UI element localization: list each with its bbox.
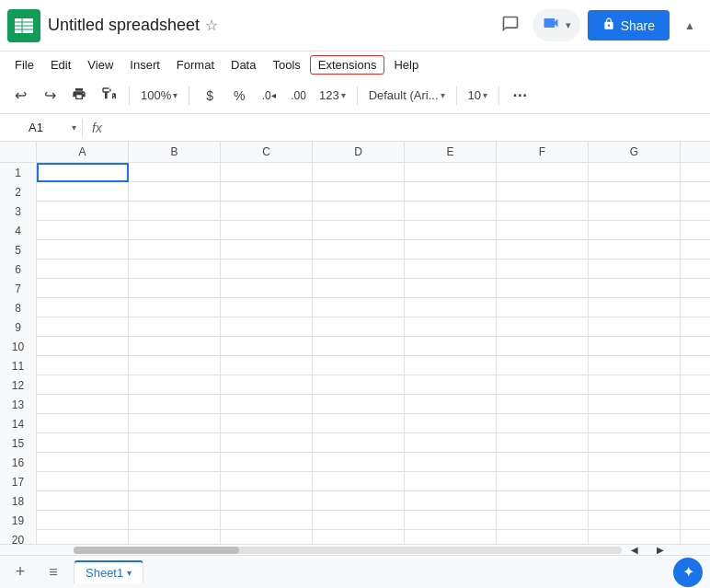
horizontal-scrollbar-track[interactable] [74, 547, 622, 554]
cell-A18[interactable] [37, 491, 129, 511]
row-num-19[interactable]: 19 [0, 511, 37, 530]
cell-B4[interactable] [129, 221, 221, 240]
row-num-7[interactable]: 7 [0, 279, 37, 298]
font-family-select[interactable]: Default (Ari... ▾ [365, 83, 449, 109]
cell-A11[interactable] [37, 356, 129, 375]
cell-D8[interactable] [313, 298, 405, 317]
cell-C13[interactable] [221, 395, 313, 414]
cell-C12[interactable] [221, 375, 313, 395]
row-num-5[interactable]: 5 [0, 240, 37, 259]
menu-item-tools[interactable]: Tools [265, 55, 307, 75]
cell-F18[interactable] [497, 491, 589, 511]
cell-B7[interactable] [129, 279, 221, 298]
cell-D14[interactable] [313, 414, 405, 433]
cell-A5[interactable] [37, 240, 129, 259]
cell-B10[interactable] [129, 337, 221, 356]
cell-E4[interactable] [405, 221, 497, 240]
cell-D10[interactable] [313, 337, 405, 356]
menu-item-data[interactable]: Data [223, 55, 263, 75]
cell-G14[interactable] [589, 414, 681, 433]
paint-format-button[interactable] [96, 83, 121, 109]
cell-F14[interactable] [497, 414, 589, 433]
cell-B15[interactable] [129, 433, 221, 453]
cell-G9[interactable] [589, 317, 681, 337]
cell-E12[interactable] [405, 375, 497, 395]
row-num-2[interactable]: 2 [0, 182, 37, 202]
cell-F8[interactable] [497, 298, 589, 317]
row-num-16[interactable]: 16 [0, 453, 37, 472]
cell-A6[interactable] [37, 259, 129, 279]
star-icon[interactable]: ☆ [205, 17, 218, 34]
row-num-1[interactable]: 1 [0, 163, 37, 182]
cell-F2[interactable] [497, 182, 589, 202]
more-formats-select[interactable]: 123 ▾ [315, 83, 349, 109]
decimal-increase-button[interactable]: .00 [285, 83, 312, 109]
cell-E16[interactable] [405, 453, 497, 472]
col-header-F[interactable]: F [497, 142, 589, 162]
cell-E11[interactable] [405, 356, 497, 375]
cell-F11[interactable] [497, 356, 589, 375]
cell-B11[interactable] [129, 356, 221, 375]
cell-A15[interactable] [37, 433, 129, 453]
cell-G10[interactable] [589, 337, 681, 356]
cell-B20[interactable] [129, 530, 221, 544]
sheets-list-button[interactable]: ≡ [40, 559, 66, 585]
cell-G20[interactable] [589, 530, 681, 544]
cell-G1[interactable] [589, 163, 681, 182]
cell-D19[interactable] [313, 511, 405, 530]
cell-C7[interactable] [221, 279, 313, 298]
cell-F16[interactable] [497, 453, 589, 472]
menu-item-edit[interactable]: Edit [43, 55, 78, 75]
cell-G3[interactable] [589, 202, 681, 221]
comment-button[interactable] [496, 13, 525, 39]
collapse-toolbar-button[interactable]: ▲ [677, 13, 703, 39]
cell-G12[interactable] [589, 375, 681, 395]
row-num-14[interactable]: 14 [0, 414, 37, 433]
share-button[interactable]: Share [588, 10, 670, 40]
cell-B8[interactable] [129, 298, 221, 317]
cell-D9[interactable] [313, 317, 405, 337]
cell-B3[interactable] [129, 202, 221, 221]
decimal-decrease-button[interactable]: .0◂ [256, 83, 281, 109]
cell-G19[interactable] [589, 511, 681, 530]
cell-D18[interactable] [313, 491, 405, 511]
currency-button[interactable]: $ [197, 83, 223, 109]
cell-G17[interactable] [589, 472, 681, 491]
cell-C15[interactable] [221, 433, 313, 453]
cell-E10[interactable] [405, 337, 497, 356]
cell-E15[interactable] [405, 433, 497, 453]
cell-B9[interactable] [129, 317, 221, 337]
cell-B1[interactable] [129, 163, 221, 182]
cell-C11[interactable] [221, 356, 313, 375]
cell-B12[interactable] [129, 375, 221, 395]
cell-C1[interactable] [221, 163, 313, 182]
cell-D7[interactable] [313, 279, 405, 298]
cell-G8[interactable] [589, 298, 681, 317]
cell-E5[interactable] [405, 240, 497, 259]
row-num-20[interactable]: 20 [0, 530, 37, 544]
row-num-4[interactable]: 4 [0, 221, 37, 240]
cell-E9[interactable] [405, 317, 497, 337]
cell-C14[interactable] [221, 414, 313, 433]
menu-item-file[interactable]: File [7, 55, 41, 75]
cell-B14[interactable] [129, 414, 221, 433]
cell-C10[interactable] [221, 337, 313, 356]
menu-item-help[interactable]: Help [386, 55, 426, 75]
cell-A12[interactable] [37, 375, 129, 395]
row-num-11[interactable]: 11 [0, 356, 37, 375]
col-header-G[interactable]: G [589, 142, 681, 162]
cell-G16[interactable] [589, 453, 681, 472]
doc-title[interactable]: Untitled spreadsheet [48, 16, 200, 35]
cell-F13[interactable] [497, 395, 589, 414]
row-num-13[interactable]: 13 [0, 395, 37, 414]
col-header-D[interactable]: D [313, 142, 405, 162]
cell-B16[interactable] [129, 453, 221, 472]
cell-C3[interactable] [221, 202, 313, 221]
cell-F1[interactable] [497, 163, 589, 182]
menu-item-format[interactable]: Format [169, 55, 222, 75]
cell-A2[interactable] [37, 182, 129, 202]
cell-C4[interactable] [221, 221, 313, 240]
cell-A3[interactable] [37, 202, 129, 221]
cell-B6[interactable] [129, 259, 221, 279]
col-header-B[interactable]: B [129, 142, 221, 162]
